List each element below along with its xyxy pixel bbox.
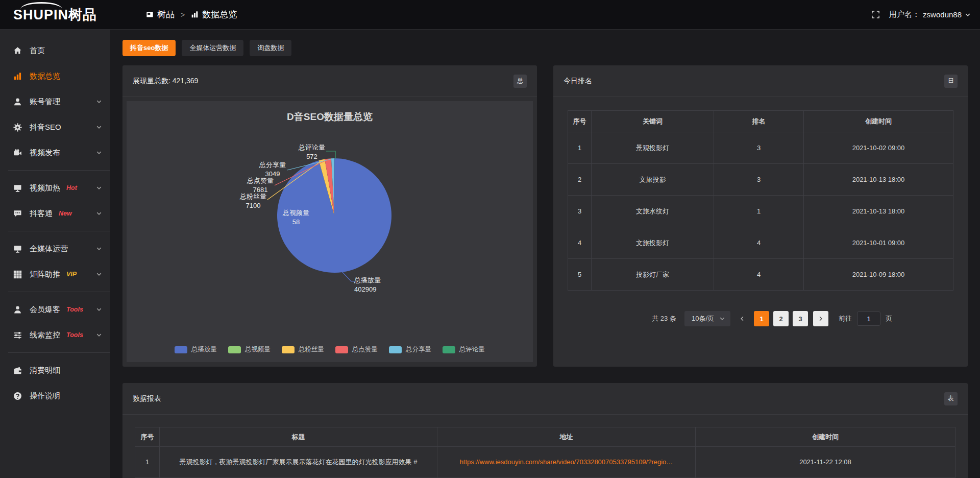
page-button-3[interactable]: 3	[793, 311, 808, 326]
sidebar-menu: 首页数据总览账号管理抖音SEO视频发布视频加热Hot抖客通New全媒体运营矩阵助…	[0, 30, 110, 409]
logo-arc	[20, 2, 62, 9]
sidebar-item-label: 账号管理	[30, 97, 60, 107]
sidebar-item-4[interactable]: 抖音SEO	[0, 114, 110, 140]
legend-item[interactable]: 总粉丝量	[282, 345, 324, 354]
pie-label: 402909	[354, 285, 376, 293]
sidebar-item-5[interactable]: 视频发布	[0, 140, 110, 165]
column-header: 创建时间	[804, 111, 953, 132]
chevron-down-icon	[96, 150, 102, 156]
total-badge[interactable]: 总	[513, 75, 527, 88]
sidebar-item-11[interactable]: 矩阵助推VIP	[0, 261, 110, 287]
table-cell: 2021-11-22 12:08	[696, 447, 955, 477]
chevron-down-icon	[96, 99, 102, 105]
table-cell: 3	[568, 196, 592, 227]
sidebar-item-14[interactable]: 线索监控Tools	[0, 322, 110, 348]
username-value: zswodun88	[923, 10, 962, 19]
sidebar-item-2[interactable]: 数据总览	[0, 63, 110, 89]
breadcrumb-item-data-overview[interactable]: 数据总览	[191, 9, 237, 20]
sidebar-item-7[interactable]: 视频加热Hot	[0, 175, 110, 201]
username-label: 用户名：	[889, 10, 920, 19]
fullscreen-icon[interactable]	[871, 10, 880, 19]
pie-label: 总视频量	[282, 209, 309, 217]
user-menu[interactable]: 用户名： zswodun88	[889, 10, 971, 19]
table-cell: 5	[568, 259, 592, 291]
table-cell: 3	[714, 132, 804, 164]
page-button-2[interactable]: 2	[773, 311, 789, 326]
tab-1[interactable]: 抖音seo数据	[122, 40, 176, 56]
breadcrumb-item-shupin[interactable]: 树品	[146, 9, 175, 20]
column-header: 标题	[160, 427, 437, 447]
legend-item[interactable]: 总评论量	[443, 345, 485, 354]
report-panel-body: 序号标题地址创建时间 1景观投影灯，夜游景观投影灯厂家展示展示落花灯在花园里的灯…	[122, 415, 968, 478]
pie-label: 3049	[265, 170, 280, 178]
main-content: 抖音seo数据全媒体运营数据询盘数据 展现量总数: 421,369 总 D音SE…	[110, 30, 980, 478]
report-panel-title: 数据报表	[133, 394, 161, 403]
sidebar-item-label: 矩阵助推	[30, 270, 60, 279]
sidebar-item-17[interactable]: 操作说明	[0, 383, 110, 409]
sidebar-item-8[interactable]: 抖客通New	[0, 201, 110, 226]
sidebar-item-label: 线索监控	[30, 330, 60, 340]
sidebar-item-3[interactable]: 账号管理	[0, 89, 110, 114]
chart-panel-title: 展现量总数: 421,369	[133, 77, 198, 86]
video-icon	[13, 149, 22, 157]
chart-icon	[191, 11, 199, 18]
chat-icon	[13, 209, 22, 218]
table-row: 4文旅投影灯42021-10-01 09:00	[568, 227, 953, 259]
table-badge[interactable]: 表	[944, 392, 958, 405]
sidebar-item-16[interactable]: 消费明细	[0, 357, 110, 383]
next-page-button[interactable]	[813, 311, 828, 326]
tab-2[interactable]: 全媒体运营数据	[182, 40, 243, 56]
table-row: 2文旅投影32021-10-13 18:00	[568, 164, 953, 196]
legend-item[interactable]: 总点赞量	[335, 345, 378, 354]
breadcrumb-separator: >	[181, 11, 185, 19]
goto-page-input[interactable]	[857, 312, 880, 326]
page-size-value: 10条/页	[692, 314, 714, 323]
pie-chart-region: D音SEO数据量总览 总播放量402909总视频量58总粉丝量7100总点赞量7…	[127, 101, 533, 362]
rank-panel-header: 今日排名 日	[553, 65, 968, 97]
pagination-total: 共 23 条	[652, 314, 676, 323]
tab-3[interactable]: 询盘数据	[250, 40, 291, 56]
goto-page-suffix: 页	[886, 314, 892, 323]
sidebar-item-1[interactable]: 首页	[0, 38, 110, 63]
page-button-1[interactable]: 1	[754, 311, 769, 326]
sidebar-item-label: 数据总览	[30, 71, 60, 81]
page-size-select[interactable]: 10条/页	[684, 311, 730, 326]
sidebar-item-13[interactable]: 会员爆客Tools	[0, 297, 110, 322]
window-icon	[146, 11, 154, 18]
chart-legend: 总播放量总视频量总粉丝量总点赞量总分享量总评论量	[127, 345, 533, 354]
sidebar-divider	[8, 231, 110, 231]
sidebar-item-badge: VIP	[66, 271, 77, 278]
pie-label: 58	[292, 218, 300, 226]
sidebar-item-label: 首页	[30, 46, 45, 56]
sidebar-item-badge: Tools	[66, 306, 83, 313]
sidebar-item-badge: New	[59, 210, 72, 217]
column-header: 排名	[714, 111, 804, 132]
video-link[interactable]: https://www.iesdouyin.com/share/video/70…	[437, 447, 696, 477]
chevron-down-icon	[965, 12, 971, 18]
table-row: 5投影灯厂家42021-10-09 18:00	[568, 259, 953, 291]
table-cell: 1	[135, 447, 160, 477]
table-cell: 2021-10-09 18:00	[804, 259, 953, 291]
sidebar-item-10[interactable]: 全媒体运营	[0, 236, 110, 261]
table-cell: 2021-10-02 09:00	[804, 132, 953, 164]
sidebar-item-label: 抖客通	[30, 209, 53, 219]
legend-item[interactable]: 总播放量	[175, 345, 217, 354]
legend-swatch	[335, 346, 348, 353]
home-icon	[13, 46, 22, 55]
rank-table: 序号关键词排名创建时间 1景观投影灯32021-10-02 09:002文旅投影…	[568, 110, 953, 291]
chevron-down-icon	[96, 246, 102, 252]
data-report-panel: 数据报表 表 序号标题地址创建时间 1景观投影灯，夜游景观投影灯厂家展示展示落花…	[122, 383, 968, 478]
day-badge[interactable]: 日	[944, 75, 958, 88]
table-header-row: 序号标题地址创建时间	[135, 427, 955, 447]
prev-page-button[interactable]	[736, 311, 749, 326]
legend-item[interactable]: 总分享量	[389, 345, 431, 354]
sidebar-item-label: 会员爆客	[30, 305, 60, 315]
table-cell: 3	[714, 164, 804, 196]
impressions-total-label: 展现量总数:	[133, 77, 170, 85]
legend-item[interactable]: 总视频量	[228, 345, 271, 354]
top-header: SHUPIN树品 树品 > 数据总览 用户名： zswodun88	[0, 0, 980, 30]
table-cell: 2021-10-01 09:00	[804, 227, 953, 259]
table-cell: 文旅投影灯	[592, 227, 714, 259]
breadcrumb: 树品 > 数据总览	[146, 9, 237, 20]
chart-panel-header: 展现量总数: 421,369 总	[122, 65, 537, 97]
